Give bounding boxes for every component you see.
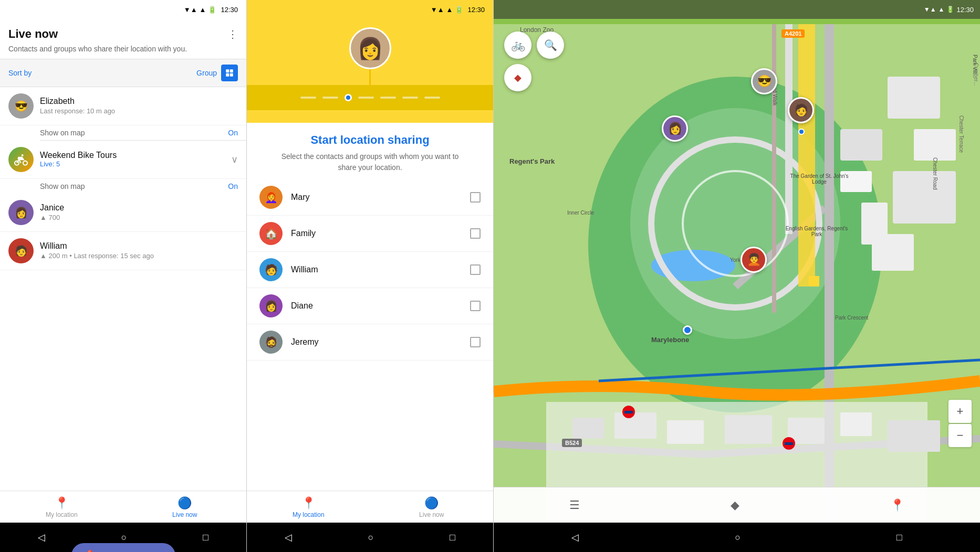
svg-rect-32 <box>840 412 872 436</box>
map-bottom-bar: ☰ ◆ 📍 <box>494 487 980 523</box>
share-contact-william-2[interactable]: 🧑 William <box>247 252 493 288</box>
nav-location-label-1: My location <box>46 511 78 518</box>
share-name-jeremy: Jeremy <box>291 337 470 347</box>
status-bar-1: ▼▲ ▲ 🔋 12:30 <box>0 0 246 19</box>
svg-rect-25 <box>872 234 914 271</box>
nav-live-now-1[interactable]: 🔵 Live now <box>123 491 247 523</box>
show-map-label-elizabeth: Show on map <box>40 129 85 137</box>
contact-name-william: William <box>40 241 238 251</box>
recents-btn-2[interactable]: □ <box>450 532 455 543</box>
checkbox-family[interactable] <box>470 228 481 239</box>
contact-info-bike: Weekend Bike Tours Live: 5 <box>40 151 225 168</box>
show-map-on-bike[interactable]: On <box>228 182 238 190</box>
map-marker-man2[interactable]: 🧑‍🦱 <box>741 247 767 273</box>
osmand-open-button[interactable]: 📍 Open OsmAnd+ <box>71 543 175 552</box>
zoom-out-icon: − <box>957 429 964 442</box>
map-cycling-button[interactable]: 🚲 <box>504 31 531 59</box>
show-map-bike: Show on map On <box>0 179 246 194</box>
map-nav-button[interactable]: ◆ <box>731 498 739 512</box>
sort-by-label[interactable]: Sort by <box>8 69 32 77</box>
tube-station-1 <box>622 406 635 418</box>
contact-william: 🧑 William ▲ 200 m • Last response: 15 se… <box>0 232 246 270</box>
svg-rect-20 <box>840 171 872 192</box>
recents-btn-1[interactable]: □ <box>203 532 208 543</box>
sort-bar: Sort by Group <box>0 59 246 87</box>
svg-rect-22 <box>888 77 940 119</box>
checkbox-mary[interactable] <box>470 192 481 203</box>
show-map-on-elizabeth[interactable]: On <box>228 129 238 137</box>
road-badge-b524: B524 <box>562 439 582 447</box>
avatar-bike-tours <box>8 147 34 172</box>
phone-2: ▼▲ ▲ 🔋 12:30 👩 <box>247 0 494 552</box>
svg-rect-33 <box>888 420 940 452</box>
nav-icon-map: ◆ <box>731 498 739 512</box>
android-bar-2: ◁ ○ □ <box>247 523 493 552</box>
svg-rect-30 <box>725 415 772 444</box>
contact-info-william: William ▲ 200 m • Last response: 15 sec … <box>40 241 238 260</box>
map-status-bar: ▼▲ ▲ 🔋 12:30 <box>494 0 980 19</box>
map-marker-woman1[interactable]: 👩 <box>662 115 688 142</box>
contact-status-elizabeth: Last response: 10 m ago <box>40 107 238 115</box>
road-badge-a4201: A4201 <box>781 29 805 38</box>
menu-dots-1[interactable]: ⋮ <box>227 28 238 40</box>
share-name-diane: Diane <box>291 301 470 311</box>
avatar-william-1: 🧑 <box>8 238 34 263</box>
back-btn-1[interactable]: ◁ <box>38 532 45 543</box>
share-contact-jeremy[interactable]: 🧔 Jeremy <box>247 324 493 360</box>
contact-status-janice: ▲ 700 <box>40 214 238 221</box>
svg-rect-2 <box>226 73 229 76</box>
back-btn-3[interactable]: ◁ <box>571 532 579 543</box>
map-search-button[interactable]: 🔍 <box>537 31 564 59</box>
contact-name-janice: Janice <box>40 203 238 213</box>
share-contact-family[interactable]: 🏠 Family <box>247 216 493 252</box>
nav-live-icon-2: 🔵 <box>424 496 439 510</box>
location-dot-2 <box>345 94 352 101</box>
map-location-button[interactable]: 📍 <box>890 498 904 512</box>
chevron-bike[interactable]: ∨ <box>231 154 238 165</box>
checkbox-jeremy[interactable] <box>470 337 481 347</box>
status-bar-2: ▼▲ ▲ 🔋 12:30 <box>247 0 493 19</box>
nav-live-label-1: Live now <box>172 511 197 518</box>
zoom-out-button[interactable]: − <box>948 424 972 447</box>
recents-btn-3[interactable]: □ <box>896 532 902 543</box>
map-menu-button[interactable]: ☰ <box>569 498 580 512</box>
nav-my-location-1[interactable]: 📍 My location <box>0 491 123 523</box>
back-btn-2[interactable]: ◁ <box>285 532 292 543</box>
share-name-mary: Mary <box>291 193 470 202</box>
share-contact-mary[interactable]: 👩‍🦰 Mary <box>247 179 493 216</box>
map-compass-button[interactable]: ◆ <box>504 64 531 91</box>
nav-my-location-2[interactable]: 📍 My location <box>247 491 370 523</box>
checkbox-william[interactable] <box>470 264 481 275</box>
map-marker-elizabeth[interactable]: 😎 <box>751 68 777 94</box>
app-subtitle-1: Contacts and groups who share their loca… <box>8 44 238 55</box>
svg-point-6 <box>22 154 24 156</box>
group-live-bike: Live: 5 <box>40 160 225 168</box>
home-btn-2[interactable]: ○ <box>368 532 374 543</box>
android-bar-3: ◁ ○ □ <box>494 523 980 552</box>
share-contact-diane[interactable]: 👩 Diane <box>247 288 493 324</box>
map-marker-man1[interactable]: 🧑 <box>788 97 814 123</box>
map-svg <box>494 0 980 552</box>
wifi-icon-2: ▼▲ <box>431 6 444 14</box>
contact-elizabeth: 😎 Elizabeth Last response: 10 m ago <box>0 87 246 125</box>
checkbox-diane[interactable] <box>470 301 481 311</box>
nav-live-now-2[interactable]: 🔵 Live now <box>370 491 494 523</box>
home-btn-1[interactable]: ○ <box>121 532 127 543</box>
home-btn-3[interactable]: ○ <box>735 532 741 543</box>
group-bike-tours: Weekend Bike Tours Live: 5 ∨ <box>0 141 246 179</box>
group-icon[interactable] <box>221 65 238 81</box>
group-label[interactable]: Group <box>196 69 217 77</box>
menu-icon: ☰ <box>569 498 580 512</box>
bottom-nav-1: 📍 My location 🔵 Live now <box>0 491 246 523</box>
osmand-icon: 📍 <box>84 549 97 552</box>
avatar-jeremy: 🧔 <box>259 331 283 354</box>
nav-location-icon-2: 📍 <box>301 496 316 510</box>
zoom-in-button[interactable]: + <box>948 400 972 423</box>
map-container: ▼▲ ▲ 🔋 12:30 <box>494 0 980 552</box>
compass-icon: ◆ <box>514 72 522 83</box>
my-location-dot <box>683 325 692 335</box>
share-title-section: Start location sharing Select the contac… <box>247 123 493 173</box>
battery-icon-1: 🔋 <box>208 6 216 14</box>
contact-info-janice: Janice ▲ 700 <box>40 203 238 221</box>
show-map-elizabeth: Show on map On <box>0 125 246 140</box>
